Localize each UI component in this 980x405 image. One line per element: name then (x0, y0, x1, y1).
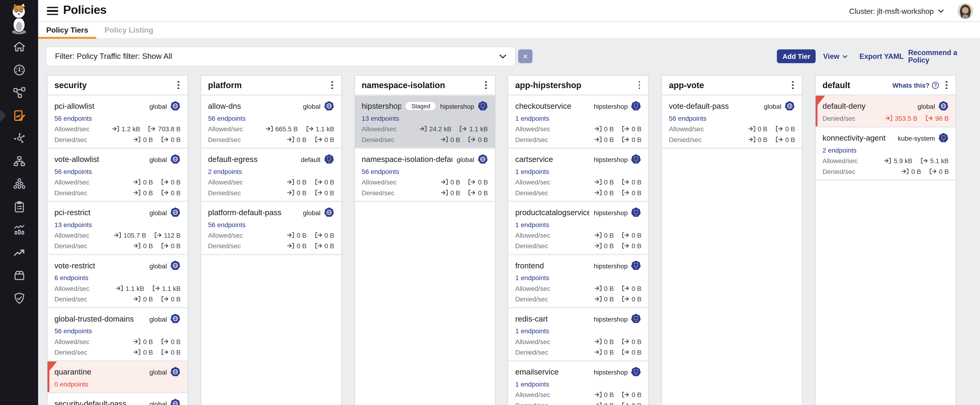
tier-menu-button[interactable] (637, 79, 641, 91)
sidebar-item-endpoints[interactable] (12, 177, 26, 191)
policy-card[interactable]: redis-cart hipstershop ns 1 endpoints Al… (508, 308, 648, 362)
global-scope-icon (170, 399, 181, 405)
policy-card[interactable]: hipstershop-gh… Staged hipstershop ns 13… (355, 96, 495, 149)
policy-card[interactable]: cartservice hipstershop ns 1 endpoints A… (508, 149, 648, 202)
whats-this-link[interactable]: Whats this? ? (892, 81, 939, 89)
policy-card[interactable]: platform-default-pass global 56 endpoint… (201, 202, 341, 255)
scope-label: global (150, 368, 167, 375)
export-yaml-button[interactable]: Export YAML (859, 49, 904, 63)
endpoints-link[interactable]: 56 endpoints (669, 114, 706, 122)
whats-this-label: Whats this? (892, 81, 930, 89)
ingress-arrow-icon (114, 232, 121, 238)
endpoints-link[interactable]: 56 endpoints (54, 114, 92, 122)
policy-card[interactable]: default-deny global Denied/sec 353.5 B 9… (816, 96, 956, 128)
policy-filter-dropdown[interactable]: Filter: Policy Traffic filter: Show All (46, 46, 516, 66)
user-avatar[interactable] (958, 3, 973, 19)
policy-card[interactable]: frontend hipstershop ns 1 endpoints Allo… (508, 255, 648, 308)
policy-card[interactable]: checkoutservice hipstershop ns 1 endpoin… (508, 96, 648, 149)
denied-label: Denied/sec (515, 348, 548, 356)
tier-menu-button[interactable] (791, 79, 795, 91)
dashboard-gauge-icon (12, 63, 26, 77)
tier-menu-button[interactable] (177, 79, 181, 91)
endpoints-link[interactable]: 56 endpoints (208, 114, 245, 122)
tab-policy-tiers[interactable]: Policy Tiers (38, 22, 97, 38)
scope-label: global (150, 209, 167, 216)
policy-card[interactable]: vote-restrict global 6 endpoints Allowed… (48, 255, 188, 308)
allowed-per-sec-row: Allowed/sec 24.2 kB 1.1 kB (362, 125, 488, 133)
policy-card[interactable]: konnectivity-agent kube-system ns 2 endp… (816, 128, 956, 181)
egress-arrow-icon (622, 242, 629, 249)
policy-card[interactable]: vote-default-pass global 56 endpoints Al… (662, 96, 802, 149)
recommend-policy-button[interactable]: Recommend a Policy (908, 49, 980, 63)
tier-menu-button[interactable] (944, 79, 948, 91)
sidebar-item-flow-visualizations[interactable] (12, 131, 26, 145)
endpoints-link[interactable]: 1 endpoints (515, 380, 549, 387)
denied-per-sec-row: Denied/sec 0 B 0 B (515, 402, 641, 405)
endpoints-link[interactable]: 1 endpoints (515, 221, 549, 228)
policy-card[interactable]: default-egress default ns 2 endpoints Al… (201, 149, 341, 202)
allowed-per-sec-row: Allowed/sec 0 B 0 B (515, 231, 641, 239)
policy-card[interactable]: pci-allowlist global 56 endpoints Allowe… (48, 96, 188, 149)
cluster-label: Cluster: jlt-msft-workshop (849, 6, 934, 15)
endpoints-link[interactable]: 1 endpoints (515, 167, 549, 175)
egress-arrow-icon (315, 190, 322, 196)
egress-arrow-icon (161, 190, 169, 196)
sidebar-item-dashboard[interactable] (12, 63, 26, 77)
policy-card[interactable]: vote-allowlist global 56 endpoints Allow… (48, 149, 188, 202)
endpoints-link[interactable]: 13 endpoints (54, 221, 92, 228)
policy-card[interactable]: namespace-isolation-default-p… global 56… (355, 149, 495, 202)
endpoints-link[interactable]: 13 endpoints (362, 114, 399, 122)
view-button[interactable]: View (823, 49, 848, 63)
calico-cat-logo (6, 3, 33, 35)
sidebar-item-trends[interactable] (12, 246, 26, 259)
svg-text:ns: ns (943, 140, 944, 141)
sidebar-item-threat-defense[interactable] (12, 291, 26, 305)
cluster-selector[interactable]: Cluster: jlt-msft-workshop (849, 0, 944, 22)
policy-card[interactable]: pci-restrict global 13 endpoints Allowed… (48, 202, 188, 255)
endpoints-link[interactable]: 2 endpoints (822, 146, 857, 154)
policy-card[interactable]: global-trusted-domains global 56 endpoin… (48, 308, 188, 362)
svg-text:ns: ns (482, 108, 484, 110)
sidebar-item-policies[interactable] (12, 108, 26, 122)
hamburger-menu-icon[interactable] (47, 7, 58, 15)
endpoints-link[interactable]: 1 endpoints (515, 327, 549, 335)
endpoints-link[interactable]: 56 endpoints (54, 167, 92, 175)
endpoints-link[interactable]: 56 endpoints (208, 221, 245, 228)
endpoint-nodes-icon (12, 177, 26, 191)
endpoints-link[interactable]: 2 endpoints (208, 167, 242, 175)
policy-card[interactable]: security-default-pass global (48, 393, 188, 405)
tier-menu-button[interactable] (484, 79, 488, 91)
svg-text:ns: ns (635, 108, 637, 110)
sidebar-item-packages[interactable] (12, 268, 26, 282)
tab-policy-listing[interactable]: Policy Listing (96, 22, 161, 38)
endpoints-link[interactable]: 6 endpoints (54, 274, 88, 282)
sidebar-item-metrics[interactable] (12, 223, 26, 236)
allowed-label: Allowed/sec (515, 285, 550, 292)
global-scope-icon (938, 101, 948, 111)
sidebar-item-home[interactable] (12, 40, 26, 54)
denied-in-value: 0 B (604, 295, 614, 303)
egress-arrow-icon (315, 136, 322, 143)
endpoints-link[interactable]: 56 endpoints (362, 167, 399, 175)
policy-card[interactable]: emailservice hipstershop ns 1 endpoints … (508, 361, 648, 405)
egress-arrow-icon (622, 402, 629, 405)
sidebar-item-compliance[interactable] (12, 200, 26, 214)
denied-out-value: 0 B (325, 242, 334, 250)
sidebar-item-network-topology[interactable] (12, 154, 26, 168)
egress-arrow-icon (622, 349, 629, 355)
policy-card[interactable]: quarantine global 0 endpoints (48, 361, 188, 393)
clear-filter-button[interactable]: ✕ (518, 49, 532, 63)
tier-menu-button[interactable] (330, 79, 334, 91)
sidebar-item-service-graph[interactable] (12, 86, 26, 100)
endpoints-link[interactable]: 56 endpoints (54, 327, 92, 335)
global-scope-icon (477, 154, 488, 164)
allowed-per-sec-row: Allowed/sec 0 B 0 B (515, 285, 641, 292)
policy-card[interactable]: productcatalogservice hipstershop ns 1 e… (508, 202, 648, 255)
scope-group: global (150, 313, 181, 324)
endpoints-link[interactable]: 1 endpoints (515, 114, 549, 122)
add-tier-button[interactable]: Add Tier (777, 49, 816, 63)
endpoints-link[interactable]: 0 endpoints (54, 380, 88, 387)
policy-card[interactable]: allow-dns global 56 endpoints Allowed/se… (201, 96, 341, 149)
endpoints-link[interactable]: 1 endpoints (515, 274, 549, 282)
namespace-scope-icon: ns (631, 367, 641, 377)
